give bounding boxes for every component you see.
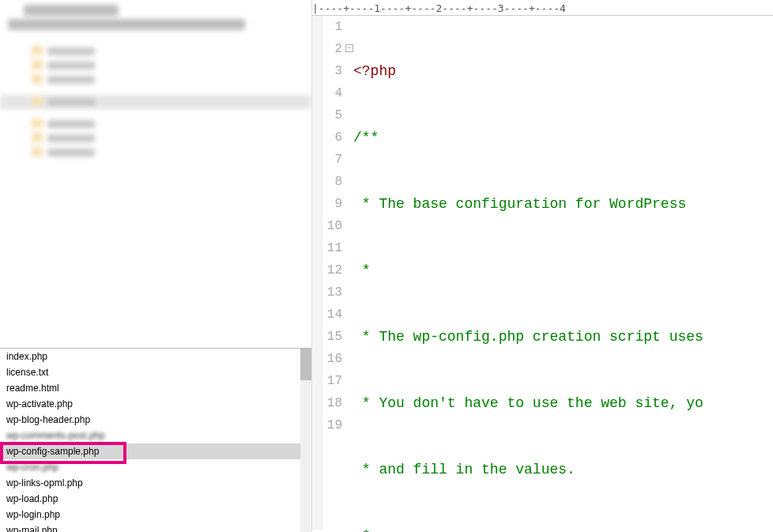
list-item[interactable]: index.php [0,349,311,364]
fold-toggle-icon[interactable]: − [345,44,353,52]
list-item[interactable]: wp-login.php [0,507,311,523]
code-editor[interactable]: 1 2 3 4 5 6 7 8 9 10 11 12 13 14 15 16 1… [312,16,773,530]
line-number-gutter: 1 2 3 4 5 6 7 8 9 10 11 12 13 14 15 16 1… [312,16,349,436]
ruler: |----+----1----+----2----+----3----+----… [312,0,773,16]
list-item[interactable]: wp-blog-header.php [0,412,311,428]
list-item[interactable]: wp-mail.php [0,523,311,532]
file-list[interactable]: index.php license.txt readme.html wp-act… [0,348,311,532]
list-item-selected[interactable]: wp-config-sample.php [0,443,311,459]
scrollbar-thumb[interactable] [300,349,311,380]
folder-tree-blurred [0,0,311,348]
list-item[interactable]: wp-cron.php [0,459,311,475]
app-root: index.php license.txt readme.html wp-act… [0,0,773,532]
editor-pane: |----+----1----+----2----+----3----+----… [312,0,773,532]
list-item[interactable]: wp-activate.php [0,396,311,412]
code-area[interactable]: <?php /** * The base configuration for W… [353,16,773,532]
list-item[interactable]: wp-links-opml.php [0,475,311,491]
list-item[interactable]: wp-load.php [0,491,311,507]
left-pane: index.php license.txt readme.html wp-act… [0,0,312,532]
list-item[interactable]: license.txt [0,364,311,380]
list-item[interactable]: readme.html [0,380,311,396]
list-item[interactable]: wp-comments-post.php [0,428,311,443]
